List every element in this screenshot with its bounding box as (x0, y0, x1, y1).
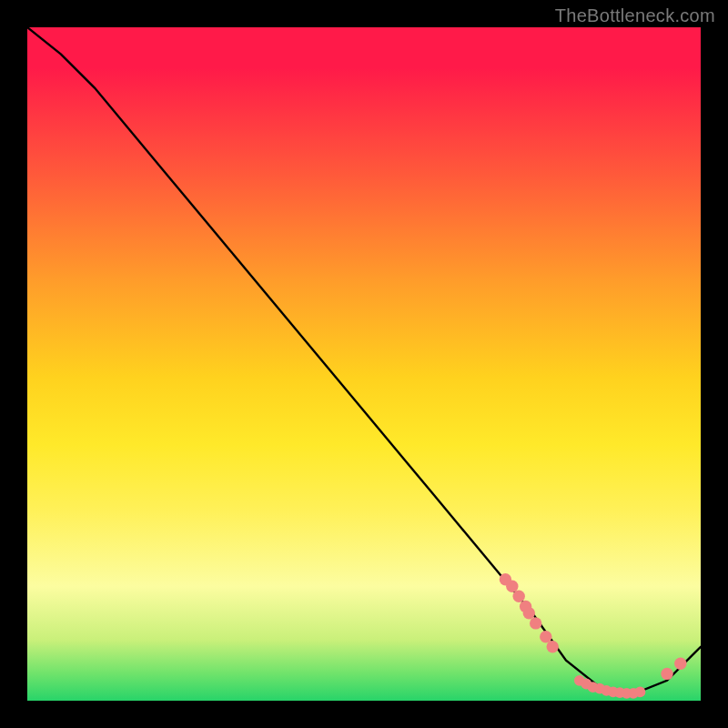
watermark-text: TheBottleneck.com (555, 5, 715, 26)
data-point (530, 617, 541, 629)
data-point (661, 668, 672, 680)
chart-overlay (27, 27, 701, 701)
data-markers (500, 573, 687, 699)
data-point (540, 631, 551, 642)
data-point (674, 658, 686, 670)
chart-frame: TheBottleneck.com (0, 0, 728, 728)
plot-area (27, 27, 701, 701)
data-point (506, 581, 518, 592)
bottleneck-curve (27, 27, 701, 694)
data-point (547, 641, 559, 652)
data-point (513, 591, 525, 602)
data-point (523, 607, 535, 619)
data-point (635, 687, 646, 698)
